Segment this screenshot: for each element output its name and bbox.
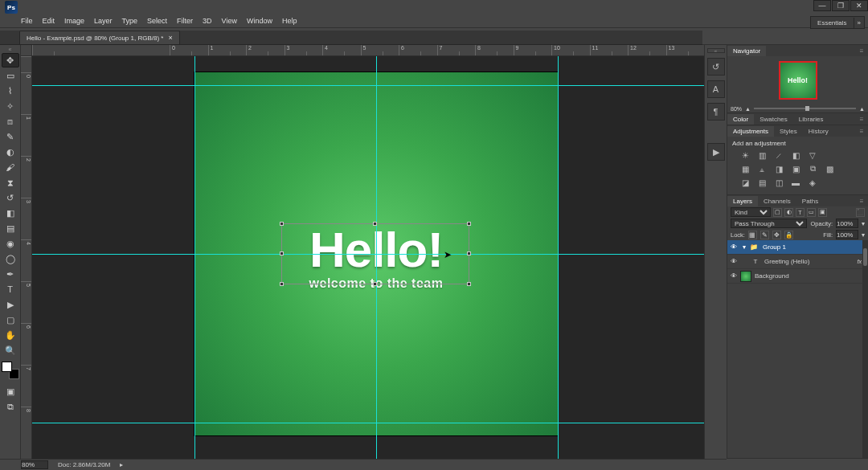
layer-text[interactable]: 👁 T Greeting (Hello) fx — [727, 255, 868, 269]
menu-image[interactable]: Image — [64, 17, 84, 25]
magic-wand-tool[interactable]: ✧ — [2, 99, 19, 113]
adjustments-tab[interactable]: Adjustments — [727, 126, 774, 137]
eraser-tool[interactable]: ◧ — [2, 206, 19, 220]
zoom-in-icon[interactable]: ▲ — [859, 106, 865, 112]
filter-shape-icon[interactable]: ▭ — [807, 208, 816, 217]
expand-panels-icon[interactable]: « — [707, 48, 725, 53]
blend-mode-select[interactable]: Pass Through — [731, 219, 807, 228]
opacity-input[interactable] — [836, 219, 858, 228]
layer-filter-select[interactable]: Kind — [731, 207, 771, 217]
color-menu-icon[interactable]: ≡ — [855, 116, 868, 123]
color-tab[interactable]: Color — [727, 114, 754, 125]
workspace-menu-icon[interactable]: » — [854, 18, 864, 28]
visibility-icon[interactable]: 👁 — [727, 272, 740, 280]
filter-toggle-icon[interactable]: ⬛ — [856, 208, 865, 217]
canvas-stage[interactable]: Hello! welcome to the team — [32, 56, 704, 459]
status-menu-icon[interactable]: ▸ — [120, 461, 123, 468]
healing-brush-tool[interactable]: ◐ — [2, 145, 19, 159]
menu-select[interactable]: Select — [147, 17, 167, 25]
marquee-tool[interactable]: ▭ — [2, 68, 19, 83]
channel-mixer-icon[interactable]: ⧉ — [808, 164, 817, 174]
filter-adjust-icon[interactable]: ◐ — [784, 208, 793, 217]
lock-all-icon[interactable]: 🔒 — [784, 231, 793, 239]
layer-group[interactable]: 👁 ▾ 📁 Group 1 — [727, 240, 868, 255]
brightness-icon[interactable]: ☀ — [740, 150, 750, 160]
history-brush-tool[interactable]: ↺ — [2, 190, 19, 205]
workspace-label[interactable]: Essentials — [811, 18, 853, 28]
layers-tab[interactable]: Layers — [727, 196, 758, 206]
crop-tool[interactable]: ⧈ — [2, 114, 19, 129]
threshold-icon[interactable]: ◫ — [774, 178, 784, 187]
hand-tool[interactable]: ✋ — [2, 328, 19, 342]
ruler-origin[interactable] — [21, 45, 32, 56]
guide-vertical[interactable] — [194, 56, 195, 459]
vibrance-icon[interactable]: ▽ — [808, 150, 817, 160]
bw-icon[interactable]: ◨ — [774, 164, 784, 174]
history-panel-icon[interactable]: ↺ — [707, 58, 725, 76]
group-twisty-icon[interactable]: ▾ — [740, 243, 748, 251]
maximize-button[interactable]: ❐ — [832, 0, 850, 11]
visibility-icon[interactable]: 👁 — [727, 258, 740, 265]
photo-filter-icon[interactable]: ▣ — [791, 164, 800, 174]
close-button[interactable]: ✕ — [850, 0, 868, 11]
actions-panel-icon[interactable]: ▶ — [707, 143, 725, 161]
quick-mask-tool[interactable]: ▣ — [2, 384, 19, 398]
invert-icon[interactable]: ◪ — [740, 178, 750, 187]
color-lookup-icon[interactable]: ▩ — [825, 164, 834, 174]
navigator-zoom-slider[interactable] — [754, 108, 856, 109]
menu-type[interactable]: Type — [122, 17, 138, 25]
navigator-thumbnail[interactable]: Hello! — [779, 61, 817, 100]
tools-collapse-icon[interactable]: « — [2, 47, 19, 51]
color-balance-icon[interactable]: ⟁ — [757, 164, 767, 174]
clone-stamp-tool[interactable]: ⧗ — [2, 175, 19, 190]
horizontal-ruler[interactable]: 012345678910111213 — [32, 45, 704, 56]
layers-menu-icon[interactable]: ≡ — [855, 198, 868, 205]
guide-horizontal[interactable] — [32, 85, 704, 86]
hue-icon[interactable]: ▦ — [740, 164, 750, 174]
lock-transparency-icon[interactable]: ▦ — [748, 231, 757, 239]
foreground-color[interactable] — [2, 362, 12, 372]
layer-name[interactable]: Background — [755, 272, 789, 280]
visibility-icon[interactable]: 👁 — [727, 243, 740, 251]
gradient-map-icon[interactable]: ▬ — [791, 178, 800, 187]
zoom-out-icon[interactable]: ▲ — [745, 106, 751, 112]
transform-box[interactable] — [281, 223, 469, 284]
menu-file[interactable]: File — [21, 17, 33, 25]
character-panel-icon[interactable]: A — [707, 80, 725, 98]
channels-tab[interactable]: Channels — [758, 196, 796, 206]
libraries-tab[interactable]: Libraries — [793, 114, 829, 125]
exposure-icon[interactable]: ◧ — [791, 150, 800, 160]
layer-thumbnail[interactable] — [740, 271, 751, 282]
swatches-tab[interactable]: Swatches — [754, 114, 793, 125]
layer-background[interactable]: 👁 Background — [727, 269, 868, 284]
close-tab-icon[interactable]: × — [168, 34, 172, 42]
menu-help[interactable]: Help — [282, 17, 297, 25]
guide-vertical[interactable] — [558, 56, 559, 459]
zoom-tool[interactable]: 🔍 — [2, 343, 19, 358]
paths-tab[interactable]: Paths — [796, 196, 824, 206]
layer-name[interactable]: Group 1 — [763, 243, 786, 251]
type-tool[interactable]: T — [2, 282, 19, 296]
navigator-menu-icon[interactable]: ≡ — [855, 47, 868, 55]
menu-layer[interactable]: Layer — [94, 17, 113, 25]
guide-horizontal[interactable] — [32, 423, 704, 423]
vertical-ruler[interactable]: 012345678 — [21, 56, 32, 459]
brush-tool[interactable]: 🖌 — [2, 160, 19, 174]
curves-icon[interactable]: ⟋ — [774, 150, 784, 160]
minimize-button[interactable]: — — [813, 0, 831, 11]
lock-pixels-icon[interactable]: ✎ — [760, 231, 769, 239]
menu-window[interactable]: Window — [247, 17, 272, 25]
selective-color-icon[interactable]: ◈ — [808, 178, 817, 187]
levels-icon[interactable]: ▥ — [757, 150, 767, 160]
opacity-dropdown-icon[interactable]: ▾ — [862, 220, 865, 227]
screen-mode-tool[interactable]: ⧉ — [2, 399, 19, 414]
fill-input[interactable] — [836, 230, 858, 239]
move-tool[interactable]: ✥ — [2, 53, 19, 67]
menu-edit[interactable]: Edit — [43, 17, 55, 25]
workspace-switcher[interactable]: Essentials » — [810, 16, 865, 29]
path-selection-tool[interactable]: ▶ — [2, 297, 19, 312]
pen-tool[interactable]: ✒ — [2, 267, 19, 281]
eyedropper-tool[interactable]: ✎ — [2, 129, 19, 144]
paragraph-panel-icon[interactable]: ¶ — [707, 103, 725, 121]
lock-position-icon[interactable]: ✥ — [772, 231, 781, 239]
